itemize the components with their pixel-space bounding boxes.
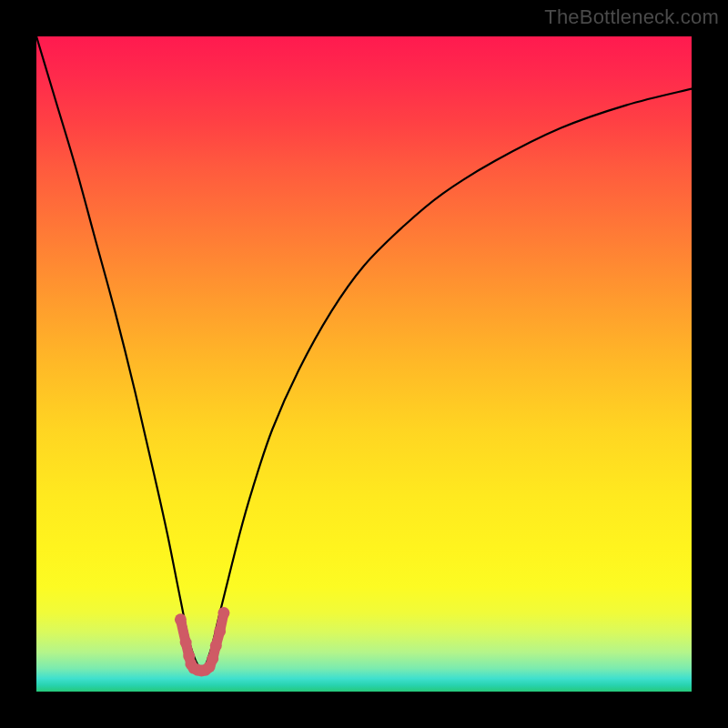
watermark-text: TheBottleneck.com — [544, 5, 719, 29]
curve-layer — [36, 36, 692, 692]
plot-area — [36, 36, 692, 692]
valley-marker-dot — [210, 640, 222, 652]
valley-marker-dot — [217, 607, 229, 619]
valley-marker-dot — [175, 613, 187, 625]
valley-marker-dot — [214, 625, 226, 637]
valley-marker-dot — [180, 637, 192, 649]
valley-marker-dot — [207, 653, 218, 665]
chart-frame: TheBottleneck.com — [0, 0, 728, 728]
bottleneck-curve — [36, 36, 692, 669]
